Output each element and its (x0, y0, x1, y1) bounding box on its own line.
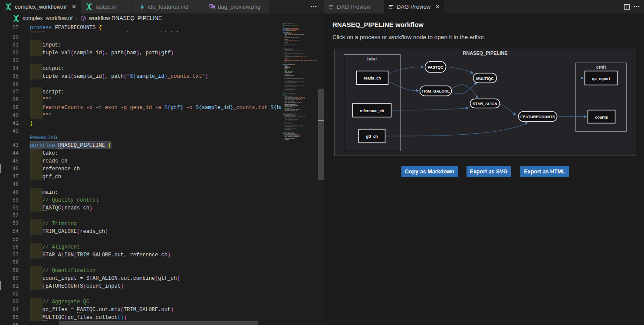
svg-text:counts: counts (595, 115, 608, 119)
svg-text:FASTQC: FASTQC (427, 65, 444, 70)
svg-text:emit: emit (596, 64, 606, 70)
svg-text:FEATURECOUNTS: FEATURECOUNTS (520, 115, 555, 119)
svg-text:reads_ch: reads_ch (364, 76, 381, 80)
svg-text:MULTIQC: MULTIQC (476, 76, 494, 81)
svg-text:STAR_ALIGN: STAR_ALIGN (473, 102, 497, 106)
svg-text:TRIM_GALORE: TRIM_GALORE (421, 89, 450, 93)
svg-text:reference_ch: reference_ch (360, 109, 384, 113)
svg-text:qc_report: qc_report (592, 76, 610, 81)
svg-text:gtf_ch: gtf_ch (366, 134, 378, 139)
svg-text:take: take (367, 56, 377, 61)
svg-text:RNASEQ_PIPELINE: RNASEQ_PIPELINE (463, 50, 507, 56)
